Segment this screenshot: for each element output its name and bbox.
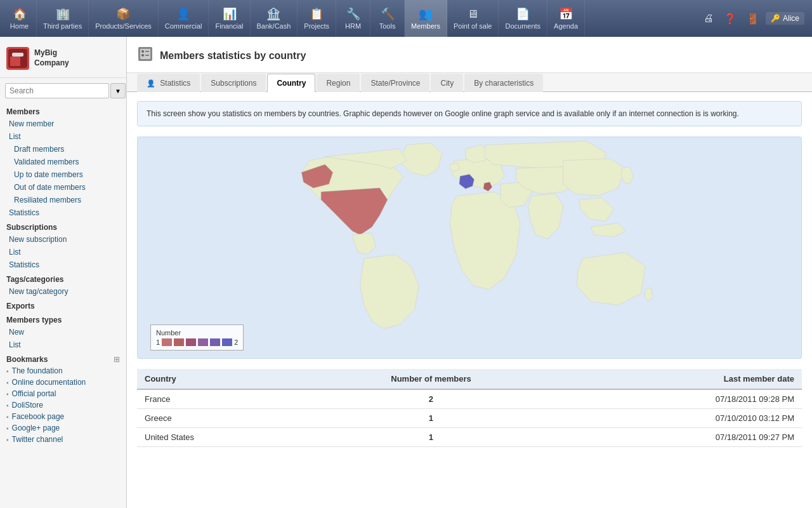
cell-country-1: Greece [137, 409, 306, 428]
svg-point-7 [141, 50, 144, 53]
bookmark-facebook[interactable]: ▪ Facebook page [0, 411, 126, 422]
bookmark-icon-1: ▪ [6, 368, 9, 375]
cell-count-1: 1 [306, 409, 556, 428]
bookmark-official-portal[interactable]: ▪ Official portal [0, 388, 126, 399]
col-date: Last member date [556, 369, 802, 389]
sidebar-item-up-to-date-members[interactable]: Up to date members [0, 168, 126, 181]
page-header-icon [137, 46, 154, 66]
cell-date-2: 07/18/2011 09:27 PM [556, 428, 802, 447]
bookmarks-manage-icon[interactable]: ⊞ [114, 355, 120, 364]
sidebar-item-out-of-date-members[interactable]: Out of date members [0, 181, 126, 194]
content-area: This screen show you statistics on membe… [127, 92, 812, 456]
legend-bar: 1 2 [156, 338, 238, 346]
sidebar-section-exports: Exports [0, 298, 126, 312]
col-count: Number of members [306, 369, 556, 389]
sidebar-section-members-types: Members types [0, 312, 126, 326]
tab-by-characteristics[interactable]: By characteristics [464, 74, 543, 92]
nav-third-parties[interactable]: 🏢 Third parties [37, 0, 89, 37]
cell-date-1: 07/10/2010 03:12 PM [556, 409, 802, 428]
legend-swatch-3 [186, 338, 196, 346]
search-input[interactable] [5, 83, 109, 98]
financial-icon: 📊 [223, 7, 237, 21]
bookmark-online-docs[interactable]: ▪ Online documentation [0, 377, 126, 388]
tab-country[interactable]: Country [267, 74, 315, 92]
table-header: Country Number of members Last member da… [137, 369, 802, 389]
legend-swatch-5 [210, 338, 220, 346]
tab-state-province[interactable]: State/Province [361, 74, 429, 92]
search-dropdown-button[interactable]: ▼ [110, 83, 126, 98]
sidebar-item-subscriptions-list[interactable]: List [0, 246, 126, 258]
help-button[interactable]: ❓ [720, 10, 740, 27]
search-form: ▼ [0, 83, 126, 104]
svg-rect-4 [12, 53, 23, 57]
commercial-icon: 👤 [176, 7, 190, 21]
print-button[interactable]: 🖨 [700, 10, 717, 27]
bookmark-icon-5: ▪ [6, 413, 9, 420]
nav-hrm[interactable]: 🔧 HRM [336, 0, 370, 37]
tab-city[interactable]: City [431, 74, 463, 92]
bookmark-icon-2: ▪ [6, 379, 9, 386]
nav-financial[interactable]: 📊 Financial [209, 0, 250, 37]
bookmark-twitter[interactable]: ▪ Twitter channel [0, 434, 126, 445]
nav-documents[interactable]: 📄 Documents [499, 0, 547, 37]
legend-swatch-1 [162, 338, 172, 346]
sidebar-section-tags: Tags/categories [0, 271, 126, 285]
tab-statistics[interactable]: 👤 Statistics [137, 74, 200, 92]
world-map-container: Number 1 2 [137, 137, 802, 359]
legend-max: 2 [234, 338, 238, 346]
agenda-icon: 📅 [559, 7, 573, 21]
sidebar: MyBig Company ▼ Members New member List … [0, 37, 127, 508]
world-map-svg [138, 137, 801, 340]
nav-commercial[interactable]: 👤 Commercial [159, 0, 209, 37]
sidebar-item-types-list[interactable]: List [0, 338, 126, 351]
page-title: Members statistics by country [160, 50, 306, 62]
logo-icon [6, 47, 29, 70]
sidebar-item-resiliated-members[interactable]: Resiliated members [0, 194, 126, 206]
legend-min: 1 [156, 338, 160, 346]
page-header: Members statistics by country [127, 37, 812, 73]
nav-products-services[interactable]: 📦 Products/Services [89, 0, 159, 37]
sidebar-item-new-tag[interactable]: New tag/category [0, 285, 126, 298]
table-body: France 2 07/18/2011 09:28 PM Greece 1 07… [137, 389, 802, 447]
tab-subscriptions[interactable]: Subscriptions [201, 74, 266, 92]
legend-swatch-6 [222, 338, 232, 346]
sidebar-item-new-subscription[interactable]: New subscription [0, 233, 126, 246]
logout-button[interactable]: 🚪 [743, 10, 763, 27]
nav-agenda[interactable]: 📅 Agenda [547, 0, 585, 37]
bookmark-googleplus[interactable]: ▪ Google+ page [0, 422, 126, 434]
bookmark-dolistore[interactable]: ▪ DoliStore [0, 399, 126, 411]
sidebar-item-new-type[interactable]: New [0, 326, 126, 338]
members-icon: 👥 [419, 7, 433, 21]
main-content: Members statistics by country 👤 Statisti… [127, 37, 812, 508]
sidebar-section-bookmarks: Bookmarks [6, 355, 48, 364]
sidebar-item-subscriptions-statistics[interactable]: Statistics [0, 258, 126, 271]
nav-bank-cash[interactable]: 🏦 Bank/Cash [251, 0, 298, 37]
cell-date-0: 07/18/2011 09:28 PM [556, 389, 802, 409]
sidebar-item-validated-members[interactable]: Validated members [0, 156, 126, 168]
tab-bar: 👤 Statistics Subscriptions Country Regio… [127, 73, 812, 92]
nav-tools[interactable]: 🔨 Tools [370, 0, 405, 37]
pos-icon: 🖥 [467, 8, 478, 21]
table-header-row: Country Number of members Last member da… [137, 369, 802, 389]
products-icon: 📦 [116, 7, 130, 21]
nav-home[interactable]: 🏠 Home [3, 0, 37, 37]
company-logo[interactable]: MyBig Company [0, 42, 126, 78]
sidebar-item-list[interactable]: List [0, 130, 126, 143]
table-row: Greece 1 07/10/2010 03:12 PM [137, 409, 802, 428]
table-row: United States 1 07/18/2011 09:27 PM [137, 428, 802, 447]
table-row: France 2 07/18/2011 09:28 PM [137, 389, 802, 409]
nav-projects[interactable]: 📋 Projects [298, 0, 336, 37]
sidebar-item-draft-members[interactable]: Draft members [0, 143, 126, 156]
bookmark-foundation[interactable]: ▪ The foundation [0, 365, 126, 377]
info-box: This screen show you statistics on membe… [137, 101, 802, 126]
home-icon: 🏠 [13, 7, 27, 21]
nav-point-of-sale[interactable]: 🖥 Point of sale [447, 0, 499, 37]
country-stats-table: Country Number of members Last member da… [137, 369, 802, 447]
hrm-icon: 🔧 [346, 7, 360, 21]
sidebar-item-new-member[interactable]: New member [0, 117, 126, 130]
nav-members[interactable]: 👥 Members [405, 0, 447, 37]
tab-statistics-icon: 👤 [147, 79, 155, 87]
tab-region[interactable]: Region [317, 74, 360, 92]
bookmark-icon-3: ▪ [6, 391, 9, 398]
sidebar-item-members-statistics[interactable]: Statistics [0, 206, 126, 219]
